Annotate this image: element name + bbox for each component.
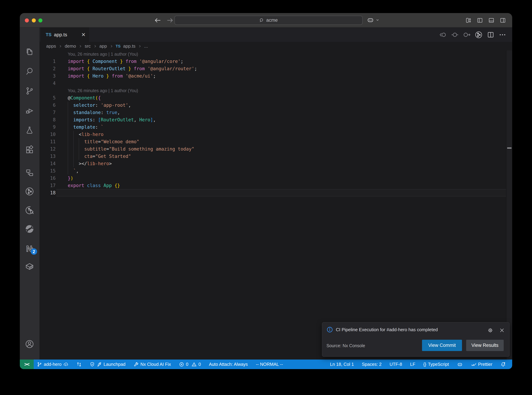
branch-status[interactable]: add-hero [37, 362, 69, 367]
copilot-menu[interactable] [367, 16, 379, 24]
toggle-panel-icon[interactable] [488, 17, 494, 23]
toggle-sidebar-right-icon[interactable] [500, 17, 506, 23]
explorer-icon[interactable] [25, 47, 34, 57]
tab-close-icon[interactable]: ✕ [81, 32, 86, 38]
forward-button[interactable] [166, 16, 174, 24]
double-check-icon [471, 362, 476, 367]
breadcrumb-item[interactable]: app [99, 44, 107, 49]
warnings-icon [191, 362, 197, 367]
source-control-icon[interactable] [25, 86, 34, 96]
close-window-button[interactable] [25, 18, 29, 22]
bell-icon [500, 362, 506, 367]
notification-close-icon[interactable] [499, 328, 505, 333]
blame-annotation: You, 26 minutes ago | 1 author (You) [40, 87, 506, 94]
launchpad-status[interactable]: Launchpad [90, 362, 125, 367]
testing-icon[interactable] [25, 126, 34, 135]
command-center-search[interactable]: acme [174, 16, 363, 25]
vscode-window: acme [20, 13, 512, 369]
code-line-3: 3import { Hero } from '@acme/ui'; [40, 72, 506, 80]
split-editor-icon[interactable] [487, 31, 494, 38]
remote-icon: >< [24, 362, 29, 367]
activity-bar: N› 2 [20, 27, 40, 360]
view-results-button[interactable]: View Results [466, 340, 504, 351]
vim-mode-status[interactable]: -- NORMAL -- [256, 362, 283, 367]
chevron-down-icon [376, 18, 379, 22]
zoom-window-button[interactable] [38, 18, 42, 22]
customize-layout-icon[interactable] [465, 17, 472, 23]
code-editor[interactable]: You, 26 minutes ago | 1 author (You)1imp… [40, 50, 512, 360]
tab-app-ts[interactable]: TS app.ts ✕ [40, 27, 89, 42]
git-compare-status[interactable] [76, 362, 82, 367]
chevron-right-icon [138, 44, 141, 48]
editor-group: TS app.ts ✕ apps [40, 27, 512, 360]
breadcrumb-item[interactable]: demo [65, 44, 76, 49]
breadcrumb-file[interactable]: app.ts [123, 44, 135, 49]
language-status[interactable]: {}TypeScript [423, 362, 449, 367]
rocket-icon [97, 362, 102, 367]
overview-ruler[interactable] [506, 50, 512, 360]
search-icon[interactable] [25, 67, 34, 77]
encoding-status[interactable]: UTF-8 [390, 362, 402, 367]
code-line-1: 1import { Component } from '@angular/cor… [40, 58, 506, 65]
code-line-4: 4 [40, 80, 506, 87]
gitlens-icon[interactable] [25, 205, 34, 216]
git-graph-action-icon[interactable] [475, 31, 483, 39]
angular-devtools-icon[interactable] [25, 224, 34, 235]
containers-icon[interactable] [25, 262, 34, 272]
code-line-8: 8 imports: [RouterOutlet, Hero], [40, 116, 506, 123]
indentation-status[interactable]: Spaces: 2 [362, 362, 382, 367]
chevron-right-icon [79, 44, 82, 48]
breadcrumb-tail[interactable]: ... [144, 44, 148, 49]
back-button[interactable] [154, 16, 161, 24]
account-icon[interactable] [25, 339, 34, 349]
view-commit-button[interactable]: View Commit [422, 340, 462, 351]
breadcrumbs[interactable]: apps demo src app TS app.ts ... [40, 42, 512, 50]
more-actions-icon[interactable] [499, 31, 506, 38]
code-line-14: 14 ></lib-hero> [40, 160, 506, 167]
toggle-sidebar-left-icon[interactable] [477, 17, 483, 23]
git-graph-icon[interactable] [25, 187, 34, 197]
copilot-status[interactable] [457, 362, 463, 367]
nav-back-circle-icon[interactable] [439, 31, 447, 38]
nav-forward-circle-icon[interactable] [463, 31, 471, 38]
code-line-15: 15 `, [40, 167, 506, 175]
code-line-5: 5@Component({ [40, 94, 506, 102]
eol-status[interactable]: LF [410, 362, 415, 367]
typescript-file-icon: TS [116, 44, 121, 49]
search-value: acme [266, 17, 278, 23]
code-line-18: 18 [40, 189, 506, 197]
publish-icon [63, 362, 69, 367]
minimize-window-button[interactable] [32, 18, 36, 22]
chevron-right-icon [59, 44, 62, 48]
copilot-icon [457, 362, 463, 367]
blame-annotation: You, 26 minutes ago | 1 author (You) [40, 50, 506, 58]
code-line-13: 13 cta="Get Started" [40, 153, 506, 160]
code-line-17: 17export class App {} [40, 182, 506, 189]
notification-title: CI Pipeline Execution for #add-hero has … [336, 327, 438, 332]
nx-console-icon[interactable]: N› 2 [26, 244, 33, 253]
code-line-16: 16}) [40, 175, 506, 182]
shield-icon [90, 362, 95, 367]
notifications-bell[interactable] [500, 362, 506, 367]
cursor-position-status[interactable]: Ln 18, Col 1 [330, 362, 354, 367]
notification-source: Source: Nx Console [327, 342, 365, 349]
auto-attach-status[interactable]: Auto Attach: Always [209, 362, 248, 367]
code-line-12: 12 subtitle="Build something amazing tod… [40, 145, 506, 153]
tab-bar: TS app.ts ✕ [40, 27, 512, 42]
info-icon [327, 326, 333, 333]
tab-label: app.ts [54, 32, 79, 38]
prettier-status[interactable]: Prettier [471, 362, 492, 367]
titlebar: acme [20, 13, 512, 27]
nx-cloud-status[interactable]: Nx Cloud AI Fix [134, 362, 171, 367]
breadcrumb-item[interactable]: src [85, 44, 91, 49]
remote-indicator[interactable]: >< [20, 360, 34, 369]
run-debug-icon[interactable] [25, 106, 34, 116]
notification-settings-gear-icon[interactable] [487, 327, 493, 333]
nav-position-circle-icon[interactable] [451, 31, 459, 38]
code-line-6: 6 selector: 'app-root', [40, 102, 506, 109]
breadcrumb-item[interactable]: apps [46, 44, 56, 49]
remote-explorer-icon[interactable] [25, 168, 34, 178]
search-icon [259, 18, 264, 23]
problems-status[interactable]: 0 0 [179, 362, 201, 367]
extensions-icon[interactable] [25, 145, 34, 155]
